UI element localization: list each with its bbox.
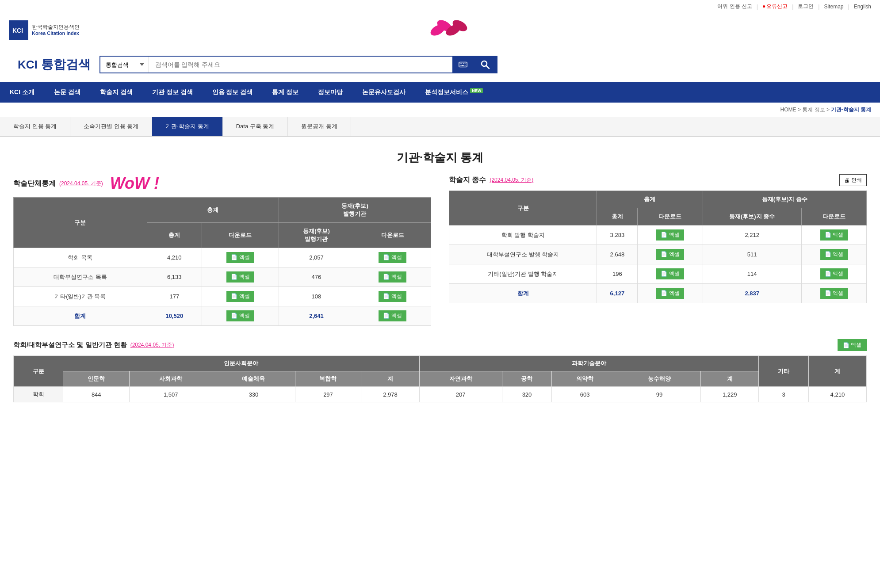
error-report-link[interactable]: ●오류신고: [762, 3, 788, 10]
excel-download-button[interactable]: 📄 엑셀: [820, 288, 848, 299]
excel-download-button[interactable]: 📄 엑셀: [656, 268, 684, 279]
print-button[interactable]: 🖨 인쇄: [839, 174, 867, 186]
journal-stats-date[interactable]: (2024.04.05. 기준): [490, 176, 533, 184]
nav-analysis[interactable]: 분석정보서비스NEW: [415, 82, 493, 103]
excel-download-button[interactable]: 📄 엑셀: [820, 249, 848, 260]
nav-similarity[interactable]: 논문유사도검사: [352, 82, 415, 103]
total-label: 합계: [14, 306, 147, 326]
cell-total: 4,210: [808, 387, 866, 402]
institution-stats-section: 학회/대학부설연구소 및 일반기관 현황 (2024.04.05. 기준) 📄 …: [13, 339, 867, 402]
nav-paper-search[interactable]: 논문 검색: [44, 82, 90, 103]
col-science-total: 계: [701, 371, 759, 387]
col-etc: 기타: [759, 356, 808, 387]
col-social: 사회과학: [130, 371, 212, 387]
journal-stats-table: 구분 총계 등재(후보)지 종수 총계 다운로드 등재(후보)지 종수 다운로드…: [449, 191, 867, 303]
nav-citation-search[interactable]: 인용 정보 검색: [203, 82, 263, 103]
new-badge: NEW: [470, 88, 483, 93]
search-type-select[interactable]: 통합검색: [100, 57, 149, 73]
nav-stats[interactable]: 통계 정보: [262, 82, 308, 103]
english-link[interactable]: English: [854, 4, 871, 10]
row-label: 대학부설연구소 목록: [14, 267, 147, 287]
header: KCI 한국학술지인용색인 Korea Citation Index: [0, 13, 880, 47]
main-nav: KCI 소개 논문 검색 학술지 검색 기관 정보 검색 인용 정보 검색 통계…: [0, 82, 880, 103]
nav-info-square[interactable]: 정보마당: [308, 82, 352, 103]
subnav-institution-citation[interactable]: 소속기관별 인용 통계: [70, 117, 152, 136]
excel-download-button[interactable]: 📄 엑셀: [226, 271, 254, 283]
table-row: 기타(일반)기관 발행 학술지 196 📄 엑셀 114 📄 엑셀: [449, 264, 867, 284]
total-registered: 2,837: [703, 284, 801, 303]
row-label: 대학부설연구소 발행 학술지: [449, 245, 597, 264]
subnav-journal-citation[interactable]: 학술지 인용 통계: [0, 117, 70, 136]
breadcrumb-home[interactable]: HOME: [781, 107, 796, 113]
divider1: |: [757, 4, 758, 10]
col-medicine: 의약학: [552, 371, 618, 387]
table-row: 기타(일반)기관 목록 177 📄 엑셀 108 📄 엑셀: [14, 287, 431, 306]
nav-institution-search[interactable]: 기관 정보 검색: [142, 82, 203, 103]
table-row: 대학부설연구소 목록 6,133 📄 엑셀 476 📄 엑셀: [14, 267, 431, 287]
search-button[interactable]: [474, 57, 497, 73]
institution-stats-table: 구분 인문사회분야 과학기술분야 기타 계 인문학 사회과학 예술체육 복합학 …: [13, 355, 867, 402]
col-registered-group: 등재(후보)발행기관: [279, 198, 431, 223]
subnav-data-stats[interactable]: Data 구축 통계: [223, 117, 288, 136]
col-humanities: 인문학: [63, 371, 130, 387]
svg-rect-8: [461, 63, 462, 64]
subnav-open-access[interactable]: 원문공개 통계: [288, 117, 351, 136]
row-registered: 2,212: [703, 225, 801, 245]
nav-kci-intro[interactable]: KCI 소개: [0, 82, 44, 103]
col-category: 구분: [449, 191, 597, 225]
col-registered-download: 다운로드: [354, 223, 431, 248]
col-total-group: 총계: [147, 198, 279, 223]
kci-label: KCI: [18, 58, 38, 71]
svg-rect-10: [464, 63, 465, 64]
col-natural: 자연과학: [419, 371, 502, 387]
journal-stats-header: 학술지 종수 (2024.04.05. 기준) 🖨 인쇄: [449, 174, 867, 186]
institution-stats-date[interactable]: (2024.04.05. 기준): [130, 341, 174, 349]
cell-humanities-total: 2,978: [361, 387, 419, 402]
search-box: 통합검색: [99, 56, 497, 73]
breadcrumb-current: 기관·학술지 통계: [831, 107, 871, 113]
row-label: 학회: [14, 387, 63, 402]
institution-excel-button[interactable]: 📄 엑셀: [838, 339, 867, 351]
sitemap-link[interactable]: Sitemap: [824, 4, 843, 10]
svg-text:KCI: KCI: [12, 27, 23, 34]
total-label: 합계: [449, 284, 597, 303]
cell-science-total: 1,229: [701, 387, 759, 402]
col-total-count: 총계: [147, 223, 202, 248]
academic-stats-table: 구분 총계 등재(후보)발행기관 총계 다운로드 등재(후보)발행기관 다운로드…: [13, 197, 431, 326]
excel-download-button[interactable]: 📄 엑셀: [379, 271, 406, 283]
login-link[interactable]: 로그인: [798, 3, 814, 10]
sub-nav: 학술지 인용 통계 소속기관별 인용 통계 기관·학술지 통계 Data 구축 …: [0, 117, 880, 137]
subnav-institution-journal[interactable]: 기관·학술지 통계: [152, 117, 222, 136]
excel-download-button[interactable]: 📄 엑셀: [379, 310, 406, 321]
excel-download-button[interactable]: 📄 엑셀: [656, 249, 684, 260]
col-total-download: 다운로드: [638, 208, 703, 225]
svg-rect-9: [463, 63, 464, 64]
row-label: 기타(일반)기관 발행 학술지: [449, 264, 597, 284]
breadcrumb-stats[interactable]: 통계 정보: [802, 107, 825, 113]
fake-citation-link[interactable]: 허위 인용 신고: [717, 3, 752, 10]
academic-stats-date[interactable]: (2024.04.05. 기준): [59, 180, 103, 187]
excel-download-button[interactable]: 📄 엑셀: [379, 291, 406, 302]
excel-download-button[interactable]: 📄 엑셀: [226, 252, 254, 263]
excel-download-button[interactable]: 📄 엑셀: [226, 291, 254, 302]
table-row: 학회 발행 학술지 3,283 📄 엑셀 2,212 📄 엑셀: [449, 225, 867, 245]
excel-download-button[interactable]: 📄 엑셀: [379, 252, 406, 263]
excel-download-button[interactable]: 📄 엑셀: [656, 288, 684, 299]
row-registered: 2,057: [279, 248, 354, 267]
search-input[interactable]: [149, 57, 452, 73]
total-value: 10,520: [147, 306, 202, 326]
table-row: 학회 목록 4,210 📄 엑셀 2,057 📄 엑셀: [14, 248, 431, 267]
excel-download-button[interactable]: 📄 엑셀: [820, 229, 848, 241]
excel-download-button[interactable]: 📄 엑셀: [820, 268, 848, 279]
keyboard-button[interactable]: [452, 57, 474, 73]
logo-box: KCI: [9, 20, 28, 40]
nav-journal-search[interactable]: 학술지 검색: [90, 82, 142, 103]
kci-logo-icon: KCI: [11, 22, 27, 38]
excel-download-button[interactable]: 📄 엑셀: [656, 229, 684, 241]
cell-arts: 330: [212, 387, 295, 402]
keyboard-icon: [458, 60, 468, 69]
excel-icon: 📄: [843, 342, 849, 348]
row-registered: 476: [279, 267, 354, 287]
excel-download-button[interactable]: 📄 엑셀: [226, 310, 254, 321]
academic-stats-title: 학술단체통계: [13, 179, 56, 188]
